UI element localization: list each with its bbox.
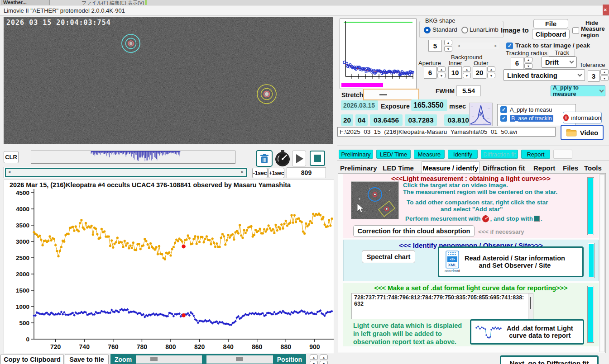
- tab-measure-identfy[interactable]: Measure / identfy: [422, 161, 480, 174]
- quick-tab-report[interactable]: Report: [521, 150, 550, 159]
- aperture-field[interactable]: 6: [424, 66, 436, 79]
- aperture-up-button[interactable]: ▲: [437, 66, 446, 72]
- close-button[interactable]: ✕: [603, 5, 609, 15]
- inner-field[interactable]: 10: [448, 66, 462, 79]
- scroll-right-icon[interactable]: ►: [240, 170, 245, 174]
- measure-start-button[interactable]: [273, 149, 291, 167]
- spectral-chart-button[interactable]: Spectral chart: [362, 250, 415, 263]
- dat-panel-scrollbar[interactable]: [587, 286, 594, 343]
- frame-number-field[interactable]: 809: [287, 167, 326, 178]
- tab-report[interactable]: Report: [533, 164, 555, 172]
- apply-to-measure-checkbox[interactable]: ✓: [500, 106, 507, 113]
- bkg-lunarlimb-radio[interactable]: [461, 27, 468, 33]
- textarea-scrollbar[interactable]: [528, 293, 533, 319]
- shape-down-button[interactable]: ▼: [444, 46, 452, 52]
- zoom-slider[interactable]: [136, 355, 202, 364]
- svg-text:800: 800: [165, 343, 176, 350]
- quick-tab-diffraction-fit[interactable]: Diffraction fit: [481, 150, 518, 159]
- bkg-standard-radio[interactable]: [424, 27, 431, 33]
- inner-down-button[interactable]: ▼: [463, 73, 471, 78]
- footer-spinner-2-down[interactable]: ▼: [320, 361, 328, 364]
- thin-cloud-correction-button[interactable]: Correction for thin cloud absorption: [353, 225, 475, 237]
- svg-text:</>: </>: [450, 257, 455, 261]
- msec-label: msec: [449, 103, 466, 110]
- scroll-left-icon[interactable]: ◄: [7, 170, 11, 174]
- light-measurement-panel: <<<Light measurement : obtaining a light…: [343, 174, 599, 238]
- read-asteroid-button[interactable]: </> XML occelmnt Read Asteroid / Star in…: [438, 246, 584, 277]
- tracking-radius-down-button[interactable]: ▼: [524, 63, 532, 69]
- plus-1sec-button[interactable]: +1sec: [269, 168, 284, 178]
- outer-down-button[interactable]: ▼: [487, 73, 495, 78]
- position-slider[interactable]: [206, 355, 273, 364]
- tab-tools[interactable]: Tools: [584, 164, 602, 172]
- quick-tab-identify[interactable]: Identify: [448, 150, 478, 159]
- shape-up-button[interactable]: ▲: [444, 40, 452, 45]
- add-dat-button[interactable]: Add .dat format Light curve data to repo…: [470, 319, 584, 345]
- tab-preliminary[interactable]: Preliminary: [340, 164, 377, 172]
- video-button[interactable]: Video: [561, 125, 604, 140]
- linked-tracking-dropdown[interactable]: Linked tracking: [504, 69, 585, 81]
- tolerance-up-button[interactable]: ▲: [600, 69, 609, 75]
- next-diffraction-fit-button[interactable]: Next, go to Diffraction fit: [500, 355, 599, 364]
- limovie-window: Weather... ファイル(F) 編集(E) 表示(V) Limovie I…: [0, 0, 609, 364]
- shape-scroll-left-icon[interactable]: ◄: [457, 44, 460, 48]
- frame-scrollbar[interactable]: ◄ ►: [4, 167, 248, 178]
- zoom-slider-handle[interactable]: [150, 357, 158, 361]
- delete-measurement-button[interactable]: [256, 150, 273, 167]
- inner-up-button[interactable]: ▲: [463, 66, 471, 72]
- video-file-path-field[interactable]: F:\2025_03_15_(216)Kleopatra-Masaru_Yama…: [337, 127, 556, 137]
- video-frame[interactable]: 2026 03 15 20:04:03:754: [4, 17, 333, 144]
- clr-button[interactable]: CLR: [4, 151, 19, 163]
- tab-files[interactable]: Files: [563, 164, 578, 172]
- apply-to-measure-label[interactable]: A_pply to measu: [510, 107, 552, 113]
- outer-field[interactable]: 20: [473, 66, 486, 79]
- dat-data-textarea[interactable]: 728:737:771:748:796:812:784:779:750:835:…: [351, 293, 533, 319]
- play-button[interactable]: [292, 151, 306, 166]
- drift-dropdown[interactable]: Drift: [542, 57, 577, 68]
- tracking-radius-up-button[interactable]: ▲: [524, 57, 532, 62]
- track-button[interactable]: Track: [549, 49, 575, 57]
- measure-instruction-2: The measurement region will be centered …: [403, 189, 557, 195]
- track-to-star-checkbox[interactable]: ✓: [506, 43, 513, 49]
- tolerance-down-button[interactable]: ▼: [600, 76, 609, 81]
- tab-diffraction-fit[interactable]: Diffraction fit: [483, 164, 525, 172]
- gauge-icon-small: [482, 215, 489, 222]
- measure-instruction-1: Click the target star on video image.: [403, 182, 508, 189]
- outer-up-button[interactable]: ▲: [487, 66, 495, 72]
- image-to-file-button[interactable]: File: [533, 19, 568, 28]
- save-to-file-button[interactable]: Save to file: [65, 354, 109, 364]
- quick-tab-measure[interactable]: Measure: [414, 150, 445, 159]
- quick-tab-row: [337, 146, 609, 148]
- shape-scroll-right-icon[interactable]: ►: [494, 44, 498, 48]
- shape-scrollbar[interactable]: ◄ ►: [456, 43, 499, 49]
- tab-led-time[interactable]: LED Time: [383, 164, 414, 172]
- stretch-slider-handle[interactable]: [379, 94, 387, 95]
- copy-to-clipboard-button[interactable]: Copy to Clipboard: [0, 354, 64, 364]
- footer-spinner-1-up[interactable]: ▲: [310, 355, 318, 360]
- stop-button[interactable]: [310, 151, 325, 166]
- stretch-slider[interactable]: [363, 89, 419, 100]
- current-operation-dropdown[interactable]: A_pply to measure: [551, 85, 605, 96]
- measure-panel-scrollbar[interactable]: [587, 177, 594, 235]
- information-button[interactable]: i information: [563, 112, 602, 123]
- aperture-down-button[interactable]: ▼: [437, 73, 446, 78]
- image-to-clipboard-button[interactable]: Clipboard: [532, 29, 570, 39]
- tracking-radius-field[interactable]: 6: [511, 57, 523, 69]
- quick-tab-preliminary[interactable]: Preliminary: [339, 150, 373, 159]
- quick-tab-blank[interactable]: [553, 150, 572, 159]
- hide-measure-region-checkbox[interactable]: [572, 27, 579, 34]
- identify-panel-scrollbar[interactable]: [588, 243, 595, 278]
- shape-parameter-field[interactable]: 5: [428, 40, 442, 52]
- quick-tab-led-time[interactable]: LED/ Time: [376, 150, 411, 159]
- star-profile-icon: [470, 103, 492, 126]
- footer-spinner-1-down[interactable]: ▼: [310, 361, 318, 364]
- footer-spinner-2-up[interactable]: ▲: [320, 355, 328, 360]
- base-of-tracking-checkbox[interactable]: ✓: [500, 115, 507, 122]
- minus-1sec-button[interactable]: -1sec: [252, 168, 268, 178]
- linked-tracking-value: Linked tracking: [507, 71, 557, 79]
- tolerance-field[interactable]: 3: [588, 70, 599, 82]
- content-vertical-scrollbar[interactable]: [599, 174, 605, 352]
- base-of-tracking-label[interactable]: B_ase of trackin: [510, 115, 553, 122]
- position-slider-handle[interactable]: [236, 357, 243, 361]
- background-tab[interactable]: Weather...: [1, 0, 50, 5]
